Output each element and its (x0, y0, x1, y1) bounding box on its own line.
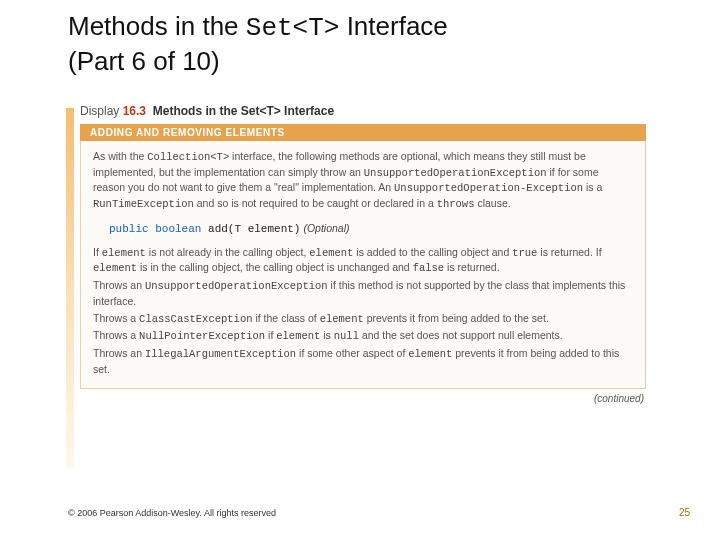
desc-text: prevents it from being added to the set. (364, 312, 549, 324)
slide: Methods in the Set<T> Interface (Part 6 … (0, 0, 720, 540)
desc-text: is (320, 329, 333, 341)
intro-code: Collection<T> (147, 151, 229, 163)
intro-text: As with the (93, 150, 147, 162)
display-label: Display (80, 104, 123, 118)
method-description: If element is not already in the calling… (93, 245, 633, 377)
desc-code: element (93, 262, 137, 274)
intro-paragraph: As with the Collection<T> interface, the… (93, 149, 633, 212)
desc-text: is returned. (444, 261, 499, 273)
keyword-public: public (109, 223, 149, 235)
continued-label: (continued) (68, 393, 644, 404)
title-prefix: Methods in the (68, 11, 246, 41)
intro-text: clause. (474, 197, 510, 209)
desc-text: Throws a (93, 329, 139, 341)
desc-text: is returned. If (537, 246, 601, 258)
intro-code: UnsupportedOperationException (364, 167, 547, 179)
desc-text: If (93, 246, 102, 258)
desc-text: and the set does not support null elemen… (359, 329, 563, 341)
section-heading: ADDING AND REMOVING ELEMENTS (80, 124, 646, 141)
display-title: Methods in the Set<T> Interface (153, 104, 334, 118)
method-signature: public boolean add(T element) (Optional) (109, 222, 633, 235)
desc-text: if (265, 329, 276, 341)
display-number: 16.3 (123, 104, 146, 118)
desc-code: element (320, 313, 364, 325)
intro-code: throws (437, 198, 475, 210)
method-name: add(T element) (201, 223, 300, 235)
desc-code: element (408, 348, 452, 360)
optional-label: (Optional) (300, 222, 349, 234)
desc-text: if some other aspect of (296, 347, 408, 359)
desc-text: Throws an (93, 279, 145, 291)
desc-code: element (276, 330, 320, 342)
desc-code: ClassCastException (139, 313, 252, 325)
intro-code: UnsupportedOperation-Exception (394, 182, 583, 194)
desc-code: false (413, 262, 445, 274)
intro-text: and so is not required to be caught or d… (194, 197, 437, 209)
copyright: © 2006 Pearson Addison-Wesley. All right… (68, 508, 276, 518)
intro-text: is a (583, 181, 602, 193)
desc-text: is added to the calling object and (353, 246, 512, 258)
intro-code: RunTimeException (93, 198, 194, 210)
desc-code: UnsupportedOperationException (145, 280, 328, 292)
content-box: As with the Collection<T> interface, the… (80, 141, 646, 389)
desc-text: if the class of (253, 312, 320, 324)
title-suffix: Interface (339, 11, 447, 41)
content-panel: Display 16.3 Methods in the Set<T> Inter… (68, 100, 658, 404)
desc-code: true (512, 247, 537, 259)
desc-code: null (334, 330, 359, 342)
desc-text: is not already in the calling object, (146, 246, 309, 258)
slide-title: Methods in the Set<T> Interface (Part 6 … (68, 10, 668, 77)
desc-code: element (102, 247, 146, 259)
title-sub: (Part 6 of 10) (68, 46, 220, 76)
title-code: Set<T> (246, 13, 340, 43)
keyword-boolean: boolean (155, 223, 201, 235)
page-number: 25 (679, 507, 690, 518)
desc-code: element (309, 247, 353, 259)
desc-text: Throws a (93, 312, 139, 324)
desc-code: NullPointerException (139, 330, 265, 342)
desc-text: Throws an (93, 347, 145, 359)
display-caption: Display 16.3 Methods in the Set<T> Inter… (80, 104, 658, 118)
desc-code: IllegalArgumentException (145, 348, 296, 360)
desc-text: is in the calling object, the calling ob… (137, 261, 413, 273)
